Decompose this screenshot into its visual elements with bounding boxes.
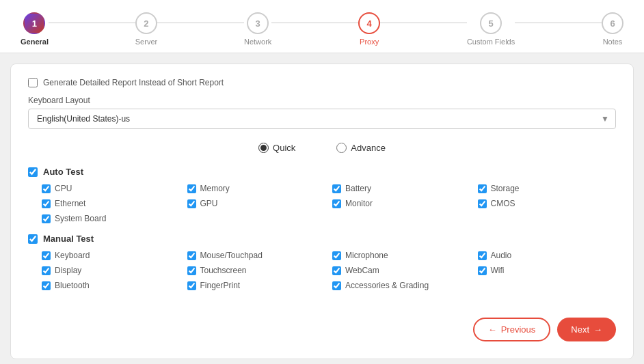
- manual-test-checkbox[interactable]: [28, 234, 38, 244]
- step-circle-2: 2: [135, 12, 157, 34]
- generate-report-checkbox[interactable]: [28, 78, 38, 87]
- test-item-systemboard: System Board: [42, 214, 180, 223]
- step-label-2: Server: [135, 38, 157, 46]
- test-item-memory: Memory: [187, 184, 326, 193]
- accessories-label: Accessories & Grading: [345, 281, 429, 290]
- microphone-checkbox[interactable]: [332, 251, 341, 260]
- keyboard-layout-label: Keyboard Layout: [28, 96, 616, 105]
- test-item-audio: Audio: [478, 251, 617, 260]
- radio-advance-input[interactable]: [336, 143, 347, 153]
- previous-button[interactable]: ← Previous: [473, 318, 551, 341]
- storage-label: Storage: [491, 184, 520, 193]
- test-item-wifi: Wifi: [478, 266, 617, 275]
- next-button[interactable]: Next →: [557, 318, 616, 341]
- step-line-1: [49, 23, 135, 23]
- step-notes[interactable]: 6 Notes: [602, 12, 623, 46]
- gpu-checkbox[interactable]: [187, 199, 196, 208]
- auto-test-grid: CPU Memory Battery Storage Ethernet GPU …: [42, 184, 616, 223]
- bluetooth-label: Bluetooth: [55, 281, 90, 290]
- bottom-nav: ← Previous Next →: [28, 311, 616, 345]
- manual-test-grid: Keyboard Mouse/Touchpad Microphone Audio…: [42, 251, 616, 290]
- step-line-3: [271, 23, 358, 23]
- accessories-checkbox[interactable]: [332, 281, 341, 290]
- mode-radio-group: Quick Advance: [28, 143, 616, 153]
- cpu-checkbox[interactable]: [42, 184, 51, 193]
- radio-quick-label: Quick: [273, 143, 295, 153]
- memory-checkbox[interactable]: [187, 184, 196, 193]
- step-server[interactable]: 2 Server: [135, 12, 157, 46]
- step-network[interactable]: 3 Network: [244, 12, 271, 46]
- step-circle-5: 5: [480, 12, 502, 34]
- step-line-4: [380, 23, 467, 23]
- auto-test-header: Auto Test: [28, 167, 616, 177]
- radio-advance-label: Advance: [351, 143, 386, 153]
- fingerprint-label: FingerPrint: [200, 281, 241, 290]
- step-line-2: [157, 23, 244, 23]
- monitor-label: Monitor: [345, 199, 373, 208]
- step-circle-1: 1: [23, 12, 45, 34]
- main-content: Generate Detailed Report Instead of Shor…: [10, 64, 634, 359]
- test-item-monitor: Monitor: [332, 199, 471, 208]
- test-item-cmos: CMOS: [478, 199, 617, 208]
- auto-test-label: Auto Test: [43, 167, 83, 177]
- test-item-bluetooth: Bluetooth: [42, 281, 180, 290]
- test-item-storage: Storage: [478, 184, 617, 193]
- step-custom-fields[interactable]: 5 Custom Fields: [467, 12, 515, 46]
- webcam-checkbox[interactable]: [332, 266, 341, 275]
- step-circle-6: 6: [602, 12, 623, 34]
- test-item-battery: Battery: [332, 184, 471, 193]
- microphone-label: Microphone: [345, 251, 388, 260]
- arrow-left-icon: ←: [488, 324, 497, 335]
- mouse-checkbox[interactable]: [187, 251, 196, 260]
- step-label-6: Notes: [603, 38, 623, 46]
- generate-report-label: Generate Detailed Report Instead of Shor…: [43, 78, 224, 87]
- systemboard-label: System Board: [55, 214, 106, 223]
- test-item-display: Display: [42, 266, 180, 275]
- step-circle-3: 3: [247, 12, 269, 34]
- display-label: Display: [55, 266, 81, 275]
- display-checkbox[interactable]: [42, 266, 51, 275]
- gpu-label: GPU: [200, 199, 218, 208]
- auto-test-checkbox[interactable]: [28, 167, 38, 177]
- bluetooth-checkbox[interactable]: [42, 281, 51, 290]
- systemboard-checkbox[interactable]: [42, 214, 51, 223]
- radio-advance[interactable]: Advance: [336, 143, 386, 153]
- step-proxy[interactable]: 4 Proxy: [358, 12, 380, 46]
- step-circle-4: 4: [358, 12, 380, 34]
- test-item-keyboard: Keyboard: [42, 251, 180, 260]
- audio-checkbox[interactable]: [478, 251, 487, 260]
- test-item-fingerprint: FingerPrint: [187, 281, 326, 290]
- step-line-5: [515, 23, 602, 23]
- manual-test-label: Manual Test: [43, 234, 94, 244]
- touchscreen-checkbox[interactable]: [187, 266, 196, 275]
- audio-label: Audio: [491, 251, 512, 260]
- next-label: Next: [571, 324, 589, 335]
- wifi-checkbox[interactable]: [478, 266, 487, 275]
- cmos-label: CMOS: [491, 199, 515, 208]
- memory-label: Memory: [200, 184, 230, 193]
- touchscreen-label: Touchscreen: [200, 266, 247, 275]
- radio-quick-input[interactable]: [258, 143, 269, 153]
- test-item-touchscreen: Touchscreen: [187, 266, 326, 275]
- radio-quick[interactable]: Quick: [258, 143, 295, 153]
- battery-checkbox[interactable]: [332, 184, 341, 193]
- ethernet-label: Ethernet: [55, 199, 85, 208]
- cpu-label: CPU: [55, 184, 72, 193]
- cmos-checkbox[interactable]: [478, 199, 487, 208]
- keyboard-checkbox[interactable]: [42, 251, 51, 260]
- monitor-checkbox[interactable]: [332, 199, 341, 208]
- wifi-label: Wifi: [491, 266, 505, 275]
- ethernet-checkbox[interactable]: [42, 199, 51, 208]
- test-item-mouse: Mouse/Touchpad: [187, 251, 326, 260]
- fingerprint-checkbox[interactable]: [187, 281, 196, 290]
- stepper: 1 General 2 Server 3 Network 4 Proxy 5 C…: [0, 0, 644, 53]
- step-label-4: Proxy: [360, 38, 379, 46]
- step-general[interactable]: 1 General: [21, 12, 49, 46]
- test-item-webcam: WebCam: [332, 266, 471, 275]
- step-label-1: General: [21, 38, 49, 46]
- test-item-accessories: Accessories & Grading: [332, 281, 471, 290]
- storage-checkbox[interactable]: [478, 184, 487, 193]
- keyboard-label: Keyboard: [55, 251, 90, 260]
- keyboard-layout-select[interactable]: English(United States)-us: [28, 109, 616, 129]
- battery-label: Battery: [345, 184, 371, 193]
